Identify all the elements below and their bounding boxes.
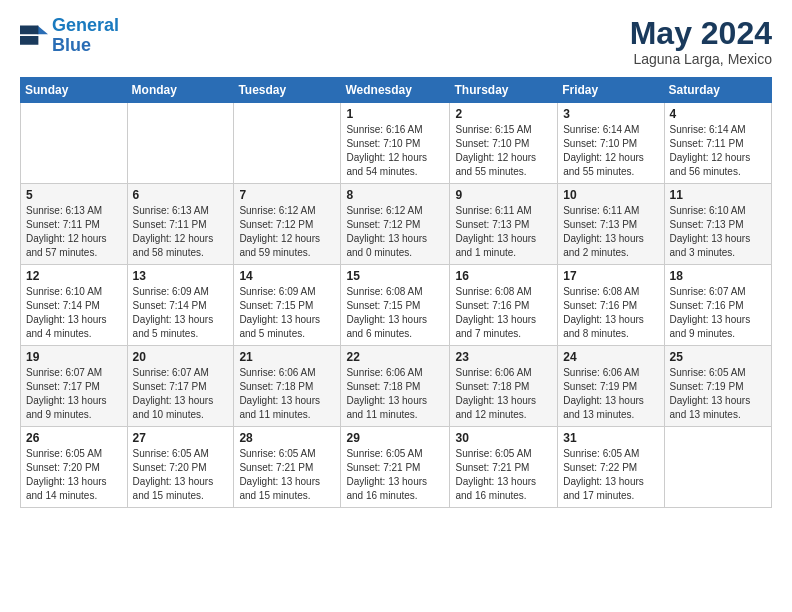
day-info: Sunrise: 6:12 AM Sunset: 7:12 PM Dayligh…: [239, 204, 335, 260]
day-number: 11: [670, 188, 766, 202]
svg-rect-2: [20, 36, 38, 45]
day-info: Sunrise: 6:07 AM Sunset: 7:17 PM Dayligh…: [26, 366, 122, 422]
calendar-cell: 4Sunrise: 6:14 AM Sunset: 7:11 PM Daylig…: [664, 103, 771, 184]
day-info: Sunrise: 6:09 AM Sunset: 7:14 PM Dayligh…: [133, 285, 229, 341]
day-info: Sunrise: 6:05 AM Sunset: 7:20 PM Dayligh…: [26, 447, 122, 503]
day-number: 6: [133, 188, 229, 202]
day-info: Sunrise: 6:14 AM Sunset: 7:10 PM Dayligh…: [563, 123, 658, 179]
day-number: 31: [563, 431, 658, 445]
calendar-cell: [127, 103, 234, 184]
calendar-cell: 1Sunrise: 6:16 AM Sunset: 7:10 PM Daylig…: [341, 103, 450, 184]
day-info: Sunrise: 6:05 AM Sunset: 7:20 PM Dayligh…: [133, 447, 229, 503]
logo: General Blue: [20, 16, 119, 56]
day-info: Sunrise: 6:05 AM Sunset: 7:21 PM Dayligh…: [455, 447, 552, 503]
calendar-cell: 9Sunrise: 6:11 AM Sunset: 7:13 PM Daylig…: [450, 184, 558, 265]
day-number: 27: [133, 431, 229, 445]
location: Laguna Larga, Mexico: [630, 51, 772, 67]
day-number: 2: [455, 107, 552, 121]
day-info: Sunrise: 6:05 AM Sunset: 7:19 PM Dayligh…: [670, 366, 766, 422]
day-info: Sunrise: 6:06 AM Sunset: 7:18 PM Dayligh…: [239, 366, 335, 422]
week-row-1: 1Sunrise: 6:16 AM Sunset: 7:10 PM Daylig…: [21, 103, 772, 184]
day-header-saturday: Saturday: [664, 78, 771, 103]
calendar-cell: 17Sunrise: 6:08 AM Sunset: 7:16 PM Dayli…: [558, 265, 664, 346]
svg-marker-0: [38, 25, 49, 34]
calendar-cell: 27Sunrise: 6:05 AM Sunset: 7:20 PM Dayli…: [127, 427, 234, 508]
day-number: 12: [26, 269, 122, 283]
day-header-friday: Friday: [558, 78, 664, 103]
day-number: 10: [563, 188, 658, 202]
day-number: 19: [26, 350, 122, 364]
logo-text: General Blue: [52, 16, 119, 56]
day-info: Sunrise: 6:05 AM Sunset: 7:21 PM Dayligh…: [346, 447, 444, 503]
calendar-cell: 2Sunrise: 6:15 AM Sunset: 7:10 PM Daylig…: [450, 103, 558, 184]
day-number: 24: [563, 350, 658, 364]
day-header-tuesday: Tuesday: [234, 78, 341, 103]
calendar-cell: 25Sunrise: 6:05 AM Sunset: 7:19 PM Dayli…: [664, 346, 771, 427]
day-info: Sunrise: 6:07 AM Sunset: 7:16 PM Dayligh…: [670, 285, 766, 341]
week-row-5: 26Sunrise: 6:05 AM Sunset: 7:20 PM Dayli…: [21, 427, 772, 508]
calendar-cell: 5Sunrise: 6:13 AM Sunset: 7:11 PM Daylig…: [21, 184, 128, 265]
day-number: 20: [133, 350, 229, 364]
day-number: 16: [455, 269, 552, 283]
calendar-cell: 15Sunrise: 6:08 AM Sunset: 7:15 PM Dayli…: [341, 265, 450, 346]
calendar: SundayMondayTuesdayWednesdayThursdayFrid…: [20, 77, 772, 508]
title-block: May 2024 Laguna Larga, Mexico: [630, 16, 772, 67]
logo-general: General: [52, 15, 119, 35]
day-number: 13: [133, 269, 229, 283]
logo-blue: Blue: [52, 35, 91, 55]
day-info: Sunrise: 6:11 AM Sunset: 7:13 PM Dayligh…: [455, 204, 552, 260]
logo-icon: [20, 22, 48, 50]
day-info: Sunrise: 6:08 AM Sunset: 7:16 PM Dayligh…: [455, 285, 552, 341]
calendar-header: SundayMondayTuesdayWednesdayThursdayFrid…: [21, 78, 772, 103]
calendar-cell: 7Sunrise: 6:12 AM Sunset: 7:12 PM Daylig…: [234, 184, 341, 265]
calendar-cell: 16Sunrise: 6:08 AM Sunset: 7:16 PM Dayli…: [450, 265, 558, 346]
calendar-cell: 29Sunrise: 6:05 AM Sunset: 7:21 PM Dayli…: [341, 427, 450, 508]
day-header-sunday: Sunday: [21, 78, 128, 103]
day-info: Sunrise: 6:08 AM Sunset: 7:15 PM Dayligh…: [346, 285, 444, 341]
month-title: May 2024: [630, 16, 772, 51]
page: General Blue May 2024 Laguna Larga, Mexi…: [0, 0, 792, 612]
calendar-cell: 22Sunrise: 6:06 AM Sunset: 7:18 PM Dayli…: [341, 346, 450, 427]
day-info: Sunrise: 6:16 AM Sunset: 7:10 PM Dayligh…: [346, 123, 444, 179]
day-info: Sunrise: 6:08 AM Sunset: 7:16 PM Dayligh…: [563, 285, 658, 341]
calendar-cell: 12Sunrise: 6:10 AM Sunset: 7:14 PM Dayli…: [21, 265, 128, 346]
day-number: 26: [26, 431, 122, 445]
calendar-cell: 14Sunrise: 6:09 AM Sunset: 7:15 PM Dayli…: [234, 265, 341, 346]
day-number: 23: [455, 350, 552, 364]
day-info: Sunrise: 6:10 AM Sunset: 7:14 PM Dayligh…: [26, 285, 122, 341]
day-number: 7: [239, 188, 335, 202]
day-number: 22: [346, 350, 444, 364]
day-header-wednesday: Wednesday: [341, 78, 450, 103]
day-info: Sunrise: 6:07 AM Sunset: 7:17 PM Dayligh…: [133, 366, 229, 422]
days-of-week-row: SundayMondayTuesdayWednesdayThursdayFrid…: [21, 78, 772, 103]
calendar-cell: 28Sunrise: 6:05 AM Sunset: 7:21 PM Dayli…: [234, 427, 341, 508]
day-number: 8: [346, 188, 444, 202]
calendar-cell: 30Sunrise: 6:05 AM Sunset: 7:21 PM Dayli…: [450, 427, 558, 508]
calendar-cell: 8Sunrise: 6:12 AM Sunset: 7:12 PM Daylig…: [341, 184, 450, 265]
day-number: 30: [455, 431, 552, 445]
day-number: 18: [670, 269, 766, 283]
day-number: 28: [239, 431, 335, 445]
week-row-4: 19Sunrise: 6:07 AM Sunset: 7:17 PM Dayli…: [21, 346, 772, 427]
day-header-monday: Monday: [127, 78, 234, 103]
day-info: Sunrise: 6:15 AM Sunset: 7:10 PM Dayligh…: [455, 123, 552, 179]
day-number: 3: [563, 107, 658, 121]
day-number: 1: [346, 107, 444, 121]
day-number: 21: [239, 350, 335, 364]
day-number: 14: [239, 269, 335, 283]
day-number: 5: [26, 188, 122, 202]
calendar-cell: 31Sunrise: 6:05 AM Sunset: 7:22 PM Dayli…: [558, 427, 664, 508]
day-number: 15: [346, 269, 444, 283]
calendar-cell: 21Sunrise: 6:06 AM Sunset: 7:18 PM Dayli…: [234, 346, 341, 427]
calendar-cell: 20Sunrise: 6:07 AM Sunset: 7:17 PM Dayli…: [127, 346, 234, 427]
day-number: 4: [670, 107, 766, 121]
day-number: 29: [346, 431, 444, 445]
day-info: Sunrise: 6:10 AM Sunset: 7:13 PM Dayligh…: [670, 204, 766, 260]
calendar-cell: 19Sunrise: 6:07 AM Sunset: 7:17 PM Dayli…: [21, 346, 128, 427]
day-info: Sunrise: 6:06 AM Sunset: 7:18 PM Dayligh…: [346, 366, 444, 422]
header: General Blue May 2024 Laguna Larga, Mexi…: [20, 16, 772, 67]
day-info: Sunrise: 6:11 AM Sunset: 7:13 PM Dayligh…: [563, 204, 658, 260]
day-info: Sunrise: 6:13 AM Sunset: 7:11 PM Dayligh…: [26, 204, 122, 260]
day-number: 17: [563, 269, 658, 283]
day-info: Sunrise: 6:06 AM Sunset: 7:18 PM Dayligh…: [455, 366, 552, 422]
